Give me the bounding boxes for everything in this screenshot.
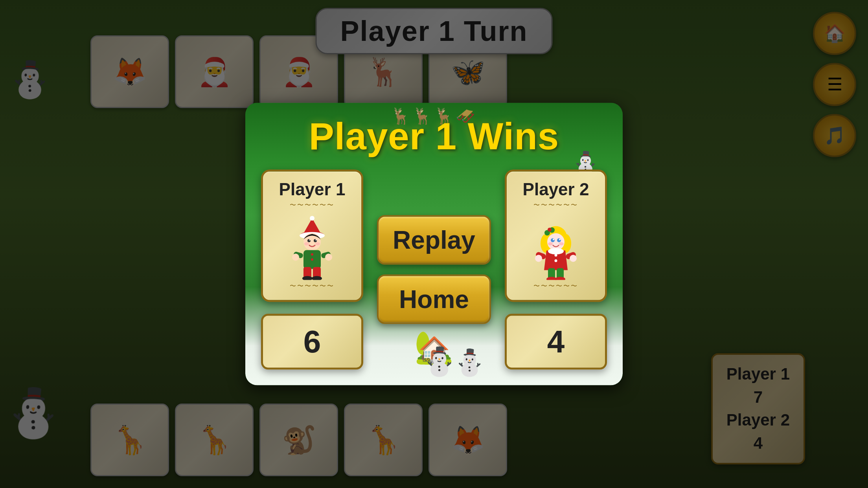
svg-point-9: [304, 242, 309, 246]
svg-point-40: [546, 277, 557, 280]
svg-point-7: [309, 239, 311, 240]
svg-point-30: [557, 238, 561, 242]
player1-score-box: 6: [261, 314, 363, 370]
player2-divider-bottom: 〜〜〜〜〜〜: [533, 282, 578, 290]
win-modal: 🎄 🎄 🎄 🏡 ⛄ ⛄ ⛄ 🦌🦌🦌🛷 Player 1 Wins Player …: [245, 103, 623, 385]
player2-divider: 〜〜〜〜〜〜: [533, 201, 578, 209]
svg-point-36: [555, 254, 557, 257]
player2-score-box: 4: [505, 314, 607, 370]
svg-point-41: [555, 277, 565, 280]
player1-card: Player 1 〜〜〜〜〜〜: [261, 170, 363, 302]
svg-point-35: [548, 248, 564, 255]
players-row: Player 1 〜〜〜〜〜〜: [261, 170, 607, 370]
player1-divider: 〜〜〜〜〜〜: [290, 201, 335, 209]
player1-divider-bottom: 〜〜〜〜〜〜: [290, 282, 335, 290]
svg-point-33: [548, 242, 553, 246]
player2-avatar: [526, 213, 587, 282]
svg-point-32: [559, 239, 561, 240]
xmas-girl-svg: [532, 215, 579, 280]
svg-point-4: [303, 233, 321, 251]
player2-name: Player 2: [523, 180, 589, 199]
svg-point-12: [311, 253, 313, 256]
svg-point-20: [292, 254, 299, 261]
svg-point-10: [315, 242, 320, 246]
player1-score: 6: [303, 324, 321, 359]
svg-point-37: [555, 259, 557, 262]
svg-point-44: [535, 255, 542, 262]
svg-point-2: [310, 216, 314, 221]
player1-column: Player 1 〜〜〜〜〜〜: [261, 170, 363, 370]
svg-point-21: [325, 254, 332, 261]
player1-avatar: [282, 213, 343, 282]
center-buttons: Replay Home: [371, 170, 497, 370]
modal-content: Player 1 Wins Player 1 〜〜〜〜〜〜: [245, 103, 623, 385]
player2-card: Player 2 〜〜〜〜〜〜: [505, 170, 607, 302]
svg-point-27: [548, 228, 552, 232]
svg-point-29: [551, 238, 555, 242]
elf-boy-svg: [289, 215, 336, 280]
player2-score: 4: [547, 324, 565, 359]
svg-point-13: [311, 259, 313, 261]
svg-point-8: [316, 239, 317, 240]
home-button[interactable]: Home: [377, 275, 491, 324]
svg-point-45: [570, 255, 577, 262]
win-title: Player 1 Wins: [261, 115, 607, 158]
player1-name: Player 1: [279, 180, 346, 199]
svg-point-31: [553, 239, 554, 240]
svg-point-34: [559, 242, 564, 246]
player2-column: Player 2 〜〜〜〜〜〜: [505, 170, 607, 370]
svg-point-28: [547, 233, 565, 251]
replay-button[interactable]: Replay: [377, 215, 491, 265]
